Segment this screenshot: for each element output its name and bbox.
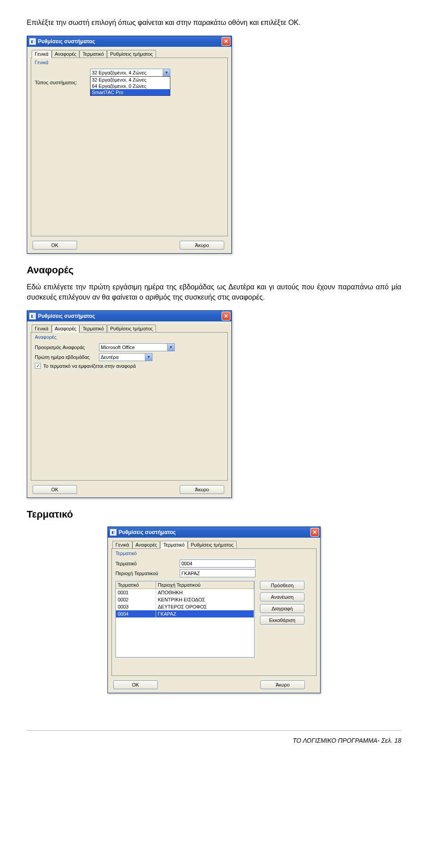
systype-option[interactable]: 64 Εργαζόμενοι, 0 Ζώνες (91, 83, 170, 89)
tab-general[interactable]: Γενικά (32, 325, 52, 333)
tab-dept[interactable]: Ρυθμίσεις τμήματος (107, 50, 156, 58)
cell-terminal-area: ΓΚΑΡΑΖ (156, 610, 254, 617)
terminal-buttons: Πρόσθεση Ανανέωση Διαγραφή Εκκαθάριση (260, 581, 305, 658)
add-button[interactable]: Πρόσθεση (260, 581, 305, 590)
dialog-title: Ρυθμίσεις συστήματος (119, 529, 176, 535)
app-icon: ◧ (29, 313, 36, 320)
dialog-reports: ◧ Ρυθμίσεις συστήματος ✕ Γενικά Αναφορές… (27, 310, 232, 498)
chevron-down-icon[interactable]: ▼ (145, 354, 152, 361)
footer-divider (27, 730, 401, 731)
dest-combobox[interactable]: Microsoft Office ▼ (99, 343, 175, 351)
systype-dropdown: 32 Εργαζόμενοι, 4 Ζώνες 64 Εργαζόμενοι, … (90, 76, 170, 96)
app-icon: ◧ (110, 529, 117, 536)
page-footer: ΤΟ ΛΟΓΙΣΜΙΚΟ ΠΡΟΓΡΑΜΜΑ- Σελ. 18 (292, 737, 401, 744)
terminal-list[interactable]: Τερματικό Περιοχή Τερματικού 0001ΑΠΟΘΗΚΗ… (115, 581, 255, 658)
app-icon: ◧ (29, 38, 36, 45)
table-row[interactable]: 0003ΔΕΥΤΕΡΟΣ ΟΡΟΦΟΣ (116, 603, 254, 610)
firstday-label: Πρώτη ημέρα εβδομάδας (35, 354, 96, 360)
heading-reports: Αναφορές (27, 264, 401, 276)
tab-terminal[interactable]: Τερματικό (160, 541, 188, 549)
dest-label: Προορισμός Αναφοράς (35, 345, 96, 350)
col-area[interactable]: Περιοχή Τερματικού (156, 581, 254, 588)
list-header: Τερματικό Περιοχή Τερματικού (116, 581, 254, 589)
dialog-terminal: ◧ Ρυθμίσεις συστήματος ✕ Γενικά Αναφορές… (107, 527, 321, 693)
systype-option[interactable]: SmartTAC Pro (91, 89, 170, 95)
checkbox-icon[interactable]: ✓ (35, 363, 41, 369)
check-label: Το τερματικό να εμφανίζεται στην αναφορά (43, 363, 136, 369)
cell-terminal-id: 0003 (116, 603, 156, 610)
tab-reports[interactable]: Αναφορές (132, 541, 160, 549)
table-row[interactable]: 0002ΚΕΝΤΡΙΚΗ ΕΙΣΟΔΟΣ (116, 596, 254, 603)
cancel-button[interactable]: Άκυρο (180, 485, 224, 494)
clear-button[interactable]: Εκκαθάριση (260, 616, 305, 625)
area-label: Περιοχή Τερματικού (115, 571, 177, 576)
col-terminal[interactable]: Τερματικό (116, 581, 156, 588)
chevron-down-icon[interactable]: ▼ (163, 69, 170, 76)
ok-button[interactable]: OK (33, 485, 77, 494)
cell-terminal-area: ΑΠΟΘΗΚΗ (156, 589, 254, 596)
dialog-buttons: OK Άκυρο (31, 241, 228, 250)
dialog-title: Ρυθμίσεις συστήματος (38, 38, 95, 45)
systype-value: 32 Εργαζόμενοι, 4 Ζώνες (91, 70, 163, 75)
tab-reports[interactable]: Αναφορές (52, 325, 80, 333)
group-general: Γενικά (35, 60, 224, 65)
firstday-value: Δευτέρα (99, 354, 145, 360)
cell-terminal-area: ΚΕΝΤΡΙΚΗ ΕΙΣΟΔΟΣ (156, 596, 254, 603)
tab-general[interactable]: Γενικά (32, 50, 52, 58)
titlebar: ◧ Ρυθμίσεις συστήματος ✕ (27, 36, 231, 47)
systype-option[interactable]: 32 Εργαζόμενοι, 4 Ζώνες (91, 77, 170, 83)
close-icon[interactable]: ✕ (222, 37, 230, 46)
firstday-combobox[interactable]: Δευτέρα ▼ (99, 353, 152, 361)
chevron-down-icon[interactable]: ▼ (167, 344, 174, 351)
close-icon[interactable]: ✕ (310, 528, 319, 537)
tabs: Γενικά Αναφορές Τερματικό Ρυθμίσεις τμήμ… (31, 49, 228, 58)
term-input[interactable]: 0004 (180, 559, 255, 568)
group-reports: Αναφορές (35, 334, 224, 340)
intro-text: Επιλέξτε την σωστή επιλογή όπως φαίνεται… (27, 18, 401, 28)
tabpane-reports: Αναφορές Προορισμός Αναφοράς Microsoft O… (31, 332, 228, 481)
cell-terminal-id: 0002 (116, 596, 156, 603)
systype-label: Τύπος συστήματος: (35, 80, 87, 85)
table-row[interactable]: 0004ΓΚΑΡΑΖ (116, 610, 254, 617)
tabpane-terminal: Τερματικό Τερματικό 0004 Περιοχή Τερματι… (111, 548, 317, 676)
tab-terminal[interactable]: Τερματικό (79, 50, 107, 58)
tab-reports[interactable]: Αναφορές (52, 50, 80, 58)
tab-dept[interactable]: Ρυθμίσεις τμήματος (107, 325, 156, 333)
tab-general[interactable]: Γενικά (112, 541, 132, 549)
close-icon[interactable]: ✕ (222, 312, 230, 321)
heading-terminal: Τερματικό (27, 509, 401, 520)
dialog-buttons: OK Άκυρο (111, 680, 317, 689)
systype-combobox[interactable]: 32 Εργαζόμενοι, 4 Ζώνες ▼ (90, 69, 170, 77)
area-input[interactable]: ΓΚΑΡΑΖ (180, 569, 255, 577)
dialog-title: Ρυθμίσεις συστήματος (38, 313, 95, 319)
cell-terminal-id: 0001 (116, 589, 156, 596)
check-terminal-in-report[interactable]: ✓ Το τερματικό να εμφανίζεται στην αναφο… (35, 363, 224, 369)
cell-terminal-area: ΔΕΥΤΕΡΟΣ ΟΡΟΦΟΣ (156, 603, 254, 610)
dest-value: Microsoft Office (99, 345, 167, 350)
reports-text: Εδώ επιλέγετε την πρώτη εργάσιμη ημέρα τ… (27, 282, 401, 302)
tab-dept[interactable]: Ρυθμίσεις τμήματος (188, 541, 237, 549)
table-row[interactable]: 0001ΑΠΟΘΗΚΗ (116, 589, 254, 596)
ok-button[interactable]: OK (33, 241, 77, 250)
dialog-general: ◧ Ρυθμίσεις συστήματος ✕ Γενικά Αναφορές… (27, 36, 232, 254)
delete-button[interactable]: Διαγραφή (260, 604, 305, 613)
cancel-button[interactable]: Άκυρο (180, 241, 224, 250)
tabs: Γενικά Αναφορές Τερματικό Ρυθμίσεις τμήμ… (31, 324, 228, 332)
tab-terminal[interactable]: Τερματικό (79, 325, 107, 333)
cell-terminal-id: 0004 (116, 610, 156, 617)
term-label: Τερματικό (115, 561, 177, 566)
tabpane-general: Γενικά Τύπος συστήματος: 32 Εργαζόμενοι,… (31, 58, 228, 236)
titlebar: ◧ Ρυθμίσεις συστήματος ✕ (108, 527, 320, 538)
group-terminal: Τερματικό (115, 551, 313, 556)
dialog-buttons: OK Άκυρο (31, 485, 228, 494)
renew-button[interactable]: Ανανέωση (260, 592, 305, 601)
tabs: Γενικά Αναφορές Τερματικό Ρυθμίσεις τμήμ… (111, 540, 317, 548)
titlebar: ◧ Ρυθμίσεις συστήματος ✕ (27, 311, 231, 321)
ok-button[interactable]: OK (113, 680, 158, 689)
cancel-button[interactable]: Άκυρο (260, 680, 305, 689)
